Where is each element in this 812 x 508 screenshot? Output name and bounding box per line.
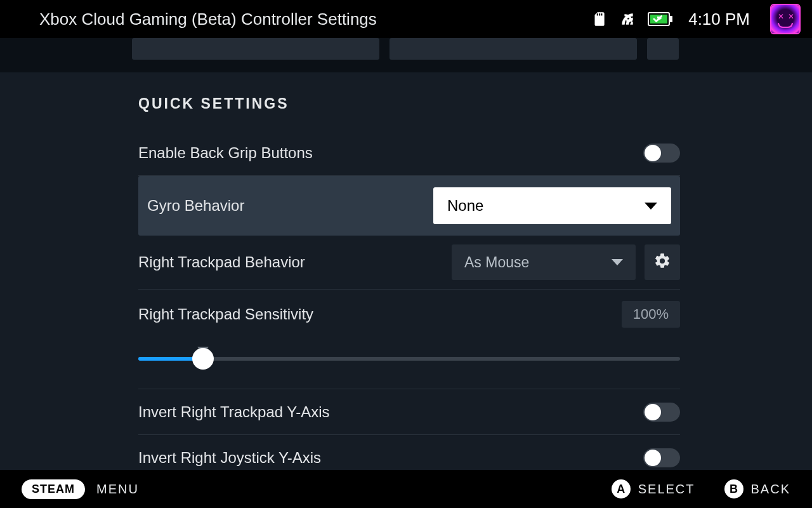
dropdown-gyro-behavior[interactable]: None	[433, 187, 671, 224]
row-back-grip[interactable]: Enable Back Grip Buttons	[138, 130, 680, 176]
header-bar: Xbox Cloud Gaming (Beta) Controller Sett…	[0, 0, 812, 38]
row-label: Right Trackpad Sensitivity	[138, 305, 622, 323]
placeholder-box	[132, 38, 379, 60]
menu-label: MENU	[96, 482, 139, 497]
placeholder-box	[390, 38, 637, 60]
row-label: Enable Back Grip Buttons	[138, 144, 643, 162]
slider-thumb[interactable]	[192, 348, 214, 370]
section-title: QUICK SETTINGS	[138, 95, 680, 112]
settings-panel: QUICK SETTINGS Enable Back Grip Buttons …	[0, 72, 812, 470]
row-label: Gyro Behavior	[147, 197, 433, 215]
footer-bar: STEAM MENU A SELECT B BACK	[0, 470, 812, 508]
a-button-glyph: A	[612, 479, 631, 498]
hint-label: SELECT	[638, 482, 695, 497]
row-right-trackpad-behavior[interactable]: Right Trackpad Behavior As Mouse	[138, 236, 680, 290]
b-button-glyph: B	[724, 479, 743, 498]
hint-back: B BACK	[724, 479, 790, 498]
slider-track	[138, 357, 680, 361]
toggle-back-grip[interactable]	[643, 144, 680, 163]
toggle-invert-joystick-y[interactable]	[643, 448, 680, 467]
row-right-trackpad-sensitivity[interactable]: Right Trackpad Sensitivity 100%	[138, 290, 680, 389]
dropdown-right-trackpad-behavior[interactable]: As Mouse	[452, 244, 636, 280]
sd-card-icon	[591, 11, 607, 27]
wifi-icon	[619, 11, 636, 27]
battery-icon: ✓	[648, 12, 673, 26]
settings-gear-button[interactable]	[645, 244, 680, 280]
svg-rect-1	[670, 16, 672, 22]
sensitivity-value: 100%	[622, 301, 680, 328]
clock: 4:10 PM	[688, 10, 750, 29]
page-title: Xbox Cloud Gaming (Beta) Controller Sett…	[39, 10, 591, 29]
avatar[interactable]	[771, 5, 799, 33]
row-gyro-behavior[interactable]: Gyro Behavior None	[138, 176, 680, 236]
placeholder-box	[647, 38, 679, 60]
row-invert-trackpad-y[interactable]: Invert Right Trackpad Y-Axis	[138, 389, 680, 435]
row-label: Invert Right Trackpad Y-Axis	[138, 403, 643, 421]
gear-icon	[653, 252, 671, 273]
steam-button[interactable]: STEAM	[22, 479, 85, 499]
toggle-invert-trackpad-y[interactable]	[643, 403, 680, 422]
dropdown-value: None	[447, 197, 645, 215]
sensitivity-slider[interactable]	[138, 347, 680, 370]
row-label: Right Trackpad Behavior	[138, 253, 452, 271]
hint-select: A SELECT	[612, 479, 695, 498]
row-label: Invert Right Joystick Y-Axis	[138, 449, 643, 467]
chevron-down-icon	[612, 259, 623, 265]
dropdown-value: As Mouse	[464, 254, 612, 271]
previous-section-strip	[0, 38, 812, 72]
hint-label: BACK	[751, 482, 790, 497]
system-tray: ✓ 4:10 PM	[591, 5, 799, 33]
chevron-down-icon	[645, 203, 657, 210]
